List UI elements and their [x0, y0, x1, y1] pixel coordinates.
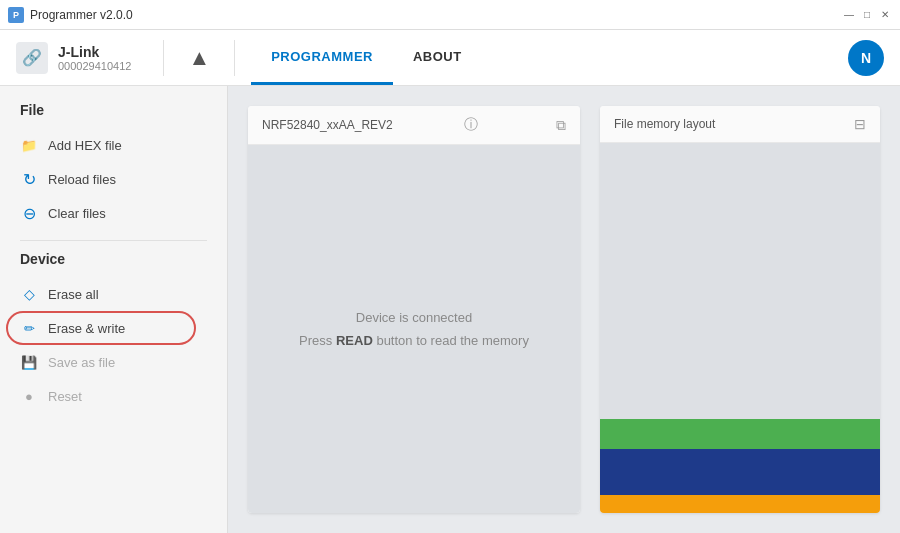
nav-separator-2	[234, 40, 235, 76]
left-panel-info-icon[interactable]: ⓘ	[464, 116, 478, 134]
sidebar-item-reload[interactable]: Reload files	[0, 162, 227, 196]
device-icon: 🔗	[16, 42, 48, 74]
right-panel: File memory layout ⊟	[600, 106, 880, 513]
file-section-title: File	[0, 102, 227, 128]
erase-write-icon	[20, 319, 38, 337]
reload-icon	[20, 170, 38, 188]
right-panel-body	[600, 143, 880, 513]
left-panel-body: Device is connected Press READ button to…	[248, 145, 580, 513]
sidebar: File Add HEX file Reload files Clear fil…	[0, 86, 228, 533]
main-content: File Add HEX file Reload files Clear fil…	[0, 86, 900, 533]
left-panel-title: NRF52840_xxAA_REV2	[262, 118, 393, 132]
device-section-title: Device	[0, 251, 227, 277]
right-panel-menu-icon[interactable]: ⊟	[854, 116, 866, 132]
right-panel-title: File memory layout	[614, 117, 715, 131]
memory-bar-green	[600, 419, 880, 449]
app-icon: P	[8, 7, 24, 23]
content-area: NRF52840_xxAA_REV2 ⓘ ⧉ Device is connect…	[228, 86, 900, 533]
device-id: 000029410412	[58, 60, 131, 72]
sidebar-item-erase-all[interactable]: Erase all	[0, 277, 227, 311]
memory-bar-blue	[600, 449, 880, 495]
sidebar-item-erase-write[interactable]: Erase & write	[0, 311, 227, 345]
device-info: 🔗 J-Link 000029410412	[16, 42, 131, 74]
sidebar-item-reset: Reset	[0, 379, 227, 413]
save-label: Save as file	[48, 355, 115, 370]
window-controls: — □ ✕	[842, 8, 892, 22]
tab-about[interactable]: ABOUT	[393, 30, 482, 85]
title-bar-left: P Programmer v2.0.0	[8, 7, 133, 23]
tab-programmer[interactable]: PROGRAMMER	[251, 30, 393, 85]
clear-label: Clear files	[48, 206, 106, 221]
device-read-message: Press READ button to read the memory	[299, 333, 529, 348]
folder-icon	[20, 136, 38, 154]
memory-bars	[600, 419, 880, 513]
nav-tabs: PROGRAMMER ABOUT	[251, 30, 482, 85]
maximize-button[interactable]: □	[860, 8, 874, 22]
app-icon-label: P	[13, 10, 19, 20]
nav-right: N	[848, 40, 884, 76]
left-panel: NRF52840_xxAA_REV2 ⓘ ⧉ Device is connect…	[248, 106, 580, 513]
device-name: J-Link	[58, 44, 131, 60]
erase-all-icon	[20, 285, 38, 303]
clear-icon	[20, 204, 38, 222]
sidebar-item-clear[interactable]: Clear files	[0, 196, 227, 230]
sidebar-divider	[20, 240, 207, 241]
left-panel-copy-icon[interactable]: ⧉	[556, 117, 566, 134]
device-connected-message: Device is connected	[356, 310, 472, 325]
nav-bar: 🔗 J-Link 000029410412 ▲ PROGRAMMER ABOUT…	[0, 30, 900, 86]
nav-separator	[163, 40, 164, 76]
device-text: J-Link 000029410412	[58, 44, 131, 72]
reload-label: Reload files	[48, 172, 116, 187]
reset-icon	[20, 387, 38, 405]
minimize-button[interactable]: —	[842, 8, 856, 22]
upload-icon: ▲	[188, 45, 210, 71]
erase-write-label: Erase & write	[48, 321, 125, 336]
sidebar-item-add-hex[interactable]: Add HEX file	[0, 128, 227, 162]
close-button[interactable]: ✕	[878, 8, 892, 22]
left-panel-header: NRF52840_xxAA_REV2 ⓘ ⧉	[248, 106, 580, 145]
sidebar-item-save: Save as file	[0, 345, 227, 379]
app-title: Programmer v2.0.0	[30, 8, 133, 22]
save-icon	[20, 353, 38, 371]
add-hex-label: Add HEX file	[48, 138, 122, 153]
memory-bar-orange	[600, 495, 880, 513]
reset-label: Reset	[48, 389, 82, 404]
title-bar: P Programmer v2.0.0 — □ ✕	[0, 0, 900, 30]
brand-logo: N	[848, 40, 884, 76]
right-panel-header: File memory layout ⊟	[600, 106, 880, 143]
erase-all-label: Erase all	[48, 287, 99, 302]
